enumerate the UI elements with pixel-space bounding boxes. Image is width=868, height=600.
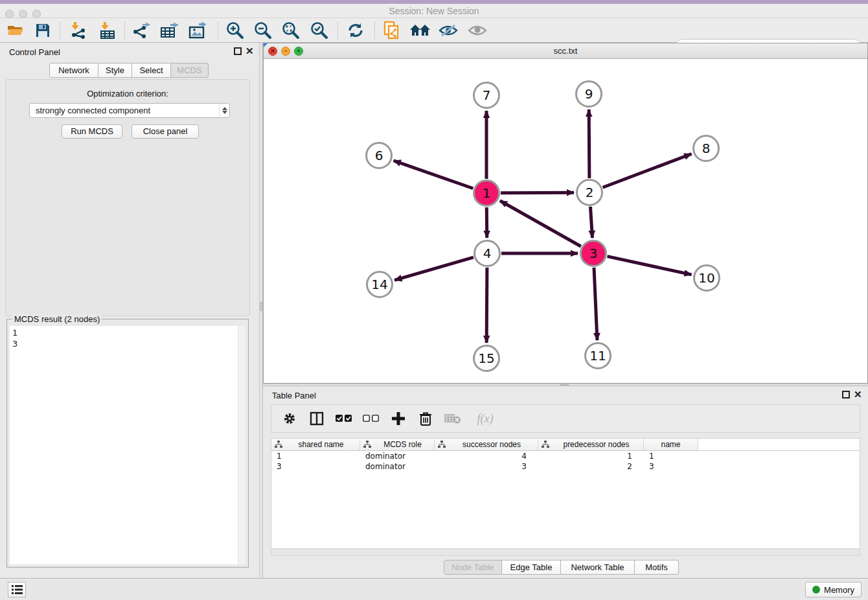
column-header-successor-nodes[interactable]: successor nodes: [435, 439, 538, 450]
close-panel-icon[interactable]: ✕: [854, 389, 862, 399]
float-panel-icon[interactable]: [234, 47, 242, 55]
splitter-handle[interactable]: [260, 302, 262, 311]
edge-3-10[interactable]: [607, 257, 691, 275]
edge-4-14[interactable]: [394, 257, 474, 280]
zoom-fit-icon[interactable]: [279, 20, 303, 41]
node-label: 14: [371, 277, 387, 292]
save-session-icon[interactable]: [31, 20, 54, 41]
cell-shared-name[interactable]: 1: [271, 451, 360, 461]
zoom-in-icon[interactable]: [223, 20, 247, 41]
splitter-handle[interactable]: [560, 384, 569, 386]
toolbar-separator: [60, 22, 60, 39]
close-panel-icon[interactable]: ✕: [246, 46, 254, 56]
edge-2-9[interactable]: [589, 110, 589, 178]
table-horizontal-scrollbar[interactable]: [271, 548, 860, 556]
node-9[interactable]: 9: [577, 82, 602, 107]
export-image-icon[interactable]: [187, 20, 210, 41]
node-2[interactable]: 2: [577, 180, 602, 205]
export-network-icon[interactable]: [130, 20, 154, 41]
node-14[interactable]: 14: [367, 272, 393, 297]
mcds-result-text[interactable]: 13: [10, 326, 238, 564]
hide-selected-icon[interactable]: [437, 20, 460, 41]
column-header-name[interactable]: name: [644, 439, 698, 450]
show-all-icon[interactable]: [466, 20, 489, 41]
column-header-MCDS-role[interactable]: MCDS role: [360, 439, 435, 450]
edge-3-11[interactable]: [594, 268, 597, 340]
run-mcds-button[interactable]: Run MCDS: [62, 124, 122, 139]
open-session-icon[interactable]: [4, 20, 27, 41]
tab-select[interactable]: Select: [132, 63, 171, 78]
edge-1-2[interactable]: [501, 192, 574, 193]
node-6[interactable]: 6: [367, 143, 392, 168]
float-panel-icon[interactable]: [842, 391, 850, 398]
network-canvas[interactable]: 7968124314101511: [264, 59, 867, 383]
tab-node-table[interactable]: Node Table: [444, 560, 502, 575]
add-column-icon[interactable]: [389, 410, 407, 428]
table-row[interactable]: 1dominator411: [271, 451, 860, 461]
node-4[interactable]: 4: [475, 241, 500, 266]
network-window-titlebar[interactable]: ✕ − + scc.txt: [264, 43, 867, 59]
select-all-icon[interactable]: [335, 410, 353, 428]
cell-name[interactable]: 1: [644, 451, 698, 461]
function-builder-icon[interactable]: f(x): [471, 410, 499, 428]
tab-network-table[interactable]: Network Table: [561, 560, 635, 575]
cell-successor-nodes[interactable]: 4: [435, 451, 538, 461]
tab-mcds[interactable]: MCDS: [171, 63, 209, 78]
delete-column-icon[interactable]: [417, 410, 435, 428]
memory-button[interactable]: Memory: [805, 582, 862, 597]
tab-style[interactable]: Style: [98, 63, 132, 78]
delete-table-icon[interactable]: [444, 410, 462, 428]
table-settings-icon[interactable]: [280, 410, 299, 428]
control-panel-title: Control Panel: [9, 47, 60, 57]
cell-predecessor-nodes[interactable]: 2: [538, 461, 644, 472]
cell-predecessor-nodes[interactable]: 1: [538, 451, 644, 461]
task-history-button[interactable]: [8, 582, 26, 597]
column-header-empty: [698, 439, 860, 450]
edge-1-6[interactable]: [394, 161, 474, 189]
table-row[interactable]: 3dominator323: [271, 461, 860, 472]
cell-shared-name[interactable]: 3: [271, 461, 360, 472]
node-11[interactable]: 11: [586, 343, 611, 369]
memory-status-icon: [812, 586, 820, 594]
refresh-icon[interactable]: [344, 20, 367, 41]
edge-2-3[interactable]: [590, 207, 592, 238]
node-7[interactable]: 7: [474, 83, 499, 108]
app-title: Session: New Session: [0, 6, 868, 16]
optimization-criterion-select[interactable]: strongly connected component: [29, 103, 230, 118]
export-table-icon[interactable]: [158, 20, 181, 41]
mcds-result-line: 1: [12, 327, 235, 338]
cell-MCDS-role[interactable]: dominator: [360, 451, 435, 461]
node-10[interactable]: 10: [694, 266, 720, 291]
edge-1-4[interactable]: [486, 207, 487, 238]
zoom-selected-icon[interactable]: [308, 20, 331, 41]
node-15[interactable]: 15: [474, 346, 499, 371]
mcds-result-scrollbar[interactable]: [238, 326, 246, 564]
cell-successor-nodes[interactable]: 3: [435, 461, 538, 472]
node-label: 7: [483, 87, 491, 103]
edge-4-15[interactable]: [486, 268, 487, 343]
import-table-icon[interactable]: [96, 20, 119, 41]
node-3[interactable]: 3: [581, 241, 606, 266]
optimization-criterion-label: Optimization criterion:: [6, 89, 249, 98]
first-neighbors-icon[interactable]: [409, 20, 432, 41]
node-8[interactable]: 8: [694, 136, 719, 161]
close-panel-button[interactable]: Close panel: [131, 124, 199, 139]
deselect-all-icon[interactable]: [362, 410, 380, 428]
new-network-from-selection-icon[interactable]: [380, 20, 404, 41]
tab-edge-table[interactable]: Edge Table: [502, 560, 561, 575]
tab-motifs[interactable]: Motifs: [635, 560, 679, 575]
zoom-out-icon[interactable]: [251, 20, 275, 41]
control-panel-tabs: NetworkStyleSelectMCDS: [49, 63, 209, 78]
edge-3-1[interactable]: [500, 201, 581, 246]
node-1[interactable]: 1: [474, 181, 499, 206]
cell-name[interactable]: 3: [644, 461, 698, 472]
column-header-shared-name[interactable]: shared name: [271, 439, 360, 450]
list-icon: [12, 585, 23, 594]
cell-MCDS-role[interactable]: dominator: [360, 461, 435, 472]
column-visibility-icon[interactable]: [308, 410, 326, 428]
main-toolbar: [0, 18, 868, 43]
column-header-predecessor-nodes[interactable]: predecessor nodes: [538, 439, 644, 450]
tab-network[interactable]: Network: [49, 63, 98, 78]
import-network-icon[interactable]: [66, 20, 89, 41]
edge-2-8[interactable]: [603, 154, 692, 187]
